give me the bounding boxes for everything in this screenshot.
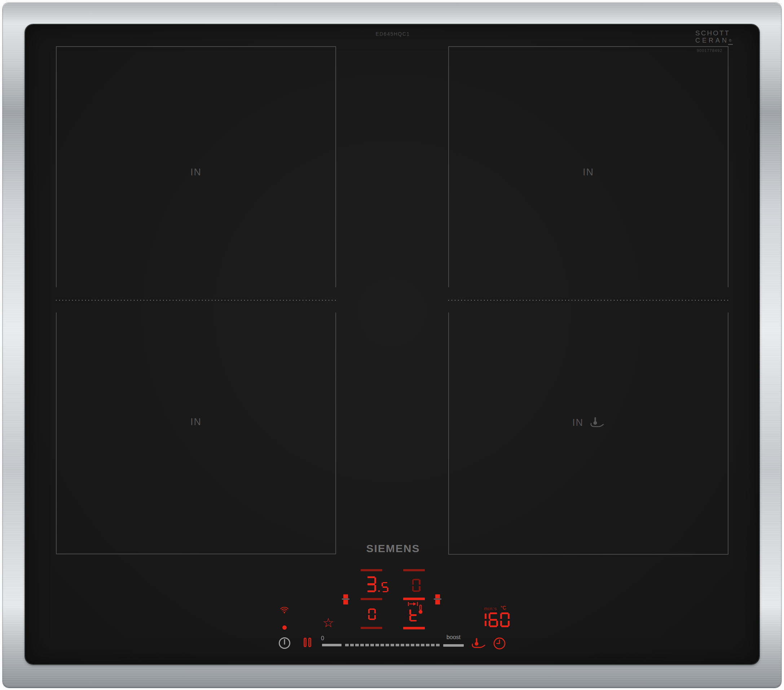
power-button[interactable] bbox=[279, 637, 290, 649]
favorite-star-icon[interactable]: ☆ bbox=[323, 616, 334, 629]
boost-label: boost bbox=[443, 634, 464, 640]
model-number-label: ED645HQC1 bbox=[356, 31, 430, 37]
left-display-power-level bbox=[365, 576, 389, 592]
led-bar bbox=[403, 598, 425, 600]
boost-button[interactable] bbox=[443, 644, 464, 647]
zone-label: IN bbox=[449, 167, 728, 178]
led-bar bbox=[361, 598, 382, 600]
led-bar bbox=[403, 627, 425, 629]
registered-mark: ® bbox=[729, 39, 731, 43]
power-slider-track[interactable] bbox=[345, 644, 441, 646]
zone-label: IN bbox=[449, 416, 728, 429]
timer-display-value bbox=[476, 612, 511, 627]
right-display-power-level bbox=[411, 579, 421, 592]
led-bar bbox=[361, 569, 382, 571]
pause-button[interactable] bbox=[304, 638, 311, 647]
flex-zone-dotted-divider-right bbox=[448, 300, 729, 300]
thermometer-icon bbox=[418, 604, 423, 614]
cooking-zone-top-left: IN bbox=[56, 46, 336, 287]
timer-clock-button[interactable] bbox=[492, 637, 506, 650]
wifi-icon bbox=[280, 606, 289, 614]
zone-select-cursor-left bbox=[342, 594, 349, 604]
slider-min-label: 0 bbox=[321, 635, 324, 642]
fry-sensor-icon bbox=[588, 416, 604, 429]
cooking-zone-bottom-right: IN bbox=[448, 312, 728, 555]
left-display-secondary-value bbox=[367, 608, 377, 620]
led-bar bbox=[403, 569, 425, 571]
schott-ceran-line1: SCHOTT bbox=[695, 30, 728, 37]
schott-ceran-line2: CERAN® bbox=[695, 37, 728, 44]
induction-hob: ED645HQC1 SCHOTT CERAN® 9001778492 SIEME… bbox=[0, 0, 784, 690]
heat-transfer-icon bbox=[408, 601, 418, 607]
cooking-zone-top-right: IN bbox=[448, 46, 728, 287]
zone-label: IN bbox=[57, 167, 335, 178]
flex-zone-dotted-divider-left bbox=[56, 300, 337, 300]
temperature-unit-label: °C bbox=[501, 605, 506, 611]
schott-ceran-logo: SCHOTT CERAN® bbox=[695, 30, 728, 44]
zone-label: IN bbox=[57, 416, 335, 428]
fry-sensor-button[interactable] bbox=[470, 637, 486, 650]
cooking-zone-bottom-left: IN bbox=[56, 312, 336, 554]
status-led-dot bbox=[282, 626, 287, 630]
siemens-logo: SIEMENS bbox=[343, 542, 443, 555]
right-display-function-indicator bbox=[408, 609, 418, 621]
zone-select-cursor-right bbox=[434, 594, 441, 604]
led-bar bbox=[361, 627, 382, 629]
power-slider-handle[interactable] bbox=[322, 644, 341, 646]
timer-unit-label: min:s bbox=[484, 606, 497, 611]
